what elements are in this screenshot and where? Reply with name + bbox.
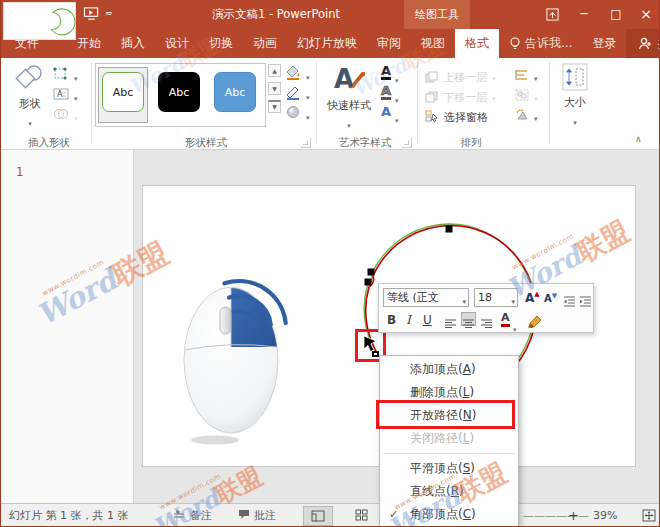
wordart-quick-styles-icon: A xyxy=(332,64,366,94)
text-effects-button[interactable]: A xyxy=(381,104,391,119)
underline-button[interactable]: U xyxy=(423,313,432,327)
vertex-context-menu: 添加顶点(A)删除顶点(L)开放路径(N)关闭路径(L)平滑顶点(S)直线点(R… xyxy=(379,355,519,527)
align-left-icon[interactable] xyxy=(443,312,458,326)
tab-幻灯片放映[interactable]: 幻灯片放映 xyxy=(287,29,367,58)
rotate-objects-button[interactable]: ▾ xyxy=(515,106,538,125)
tab-告诉我...[interactable]: 告诉我... xyxy=(499,29,582,58)
group-caption-arrange: 排列 xyxy=(441,136,501,150)
shape-style-tile-2[interactable]: Abc xyxy=(158,72,200,112)
normal-view-button[interactable] xyxy=(303,506,333,526)
tab-切换[interactable]: 切换 xyxy=(199,29,243,58)
shape-outline-button[interactable]: ▾ xyxy=(285,85,310,104)
bring-forward-button: 上移一层 ▾ xyxy=(425,66,496,85)
slides-panel xyxy=(1,150,134,503)
zoom-in-button[interactable]: + xyxy=(568,504,579,527)
font-size-dropdown-icon[interactable]: ▾ xyxy=(511,294,515,307)
tab-共享[interactable]: 共享 xyxy=(626,29,660,58)
increase-font-size-button[interactable]: A▲ xyxy=(525,290,540,305)
slide-info: 幻灯片 第 1 张，共 1 张 xyxy=(9,504,128,527)
tab-登录[interactable]: 登录 xyxy=(582,29,626,58)
decrease-indent-icon[interactable] xyxy=(563,292,576,311)
collapse-ribbon-icon[interactable]: ∧ xyxy=(635,134,642,144)
menu-item-添加顶点[interactable]: 添加顶点(A) xyxy=(380,358,518,381)
shapes-dropdown-icon: ▾ xyxy=(28,120,32,128)
notes-button[interactable]: 备注 xyxy=(190,504,212,527)
gallery-scroll-down-icon[interactable]: ▼ xyxy=(268,82,281,95)
font-color-button[interactable]: A xyxy=(501,312,510,327)
text-fill-button[interactable]: A xyxy=(381,64,391,80)
text-box-dropdown-icon: ▾ xyxy=(74,95,78,103)
menu-item-删除顶点[interactable]: 删除顶点(L) xyxy=(380,381,518,404)
selection-pane-button[interactable]: 选择窗格 xyxy=(425,106,488,125)
merge-shapes-dropdown-icon: ▾ xyxy=(74,115,78,123)
text-outline-button[interactable]: A xyxy=(381,84,391,100)
send-backward-button: 下移一层 ▾ xyxy=(425,86,496,105)
shape-styles-dialog-launcher-icon[interactable] xyxy=(301,138,311,148)
quick-styles-dropdown-icon: ▾ xyxy=(347,122,351,130)
font-name-combo[interactable]: 等线 (正文▾ xyxy=(383,288,469,307)
font-name-dropdown-icon[interactable]: ▾ xyxy=(462,294,466,307)
wordart-dialog-launcher-icon[interactable] xyxy=(402,138,412,148)
slide-sorter-view-button[interactable] xyxy=(346,506,376,526)
shape-fill-dropdown-icon: ▾ xyxy=(306,74,310,82)
maximize-button[interactable]: □ xyxy=(601,0,631,29)
svg-text:A: A xyxy=(334,64,354,94)
customize-qat-icon[interactable]: ≂ xyxy=(105,8,113,18)
menu-item-平滑顶点[interactable]: 平滑顶点(S) xyxy=(380,457,518,480)
shape-style-tile-3[interactable]: Abc xyxy=(214,72,256,112)
powerpoint-window: ▾ ≂ 演示文稿1 - PowerPoint 绘图工具 ─ □ × 文件开始插入… xyxy=(0,0,660,527)
align-center-icon[interactable] xyxy=(461,312,476,326)
menu-item-关闭路径: 关闭路径(L) xyxy=(380,427,518,450)
shapes-button[interactable]: 形状 ▾ xyxy=(11,64,49,130)
ribbon-format-tab-content: 形状 ▾ ▾ A ▾ ▾ 插入形状 Abc Abc Abc ▲ ▼ ▼ ▾ xyxy=(1,58,660,150)
tab-审阅[interactable]: 审阅 xyxy=(367,29,411,58)
align-objects-button[interactable]: ▾ xyxy=(515,66,538,85)
text-fill-dropdown-icon: ▾ xyxy=(395,68,399,87)
italic-button[interactable]: I xyxy=(406,313,411,327)
format-painter-icon[interactable] xyxy=(527,314,542,333)
shape-style-tile-1[interactable]: Abc xyxy=(102,72,144,112)
menu-item-直线点[interactable]: 直线点(R) xyxy=(380,480,518,503)
close-button[interactable]: × xyxy=(631,0,660,29)
check-icon: ✓ xyxy=(389,503,398,526)
mini-toolbar: 等线 (正文▾ 18▾ A▲ A▼ B I U A ▾ xyxy=(378,283,594,333)
zoom-percent[interactable]: 39% xyxy=(593,504,617,527)
tab-格式[interactable]: 格式 xyxy=(455,29,499,58)
text-box-button[interactable]: A ▾ xyxy=(53,86,78,105)
decrease-font-size-button[interactable]: A▼ xyxy=(544,292,557,304)
group-objects-button: ▾ xyxy=(515,86,538,105)
gallery-scroll-up-icon[interactable]: ▲ xyxy=(268,64,281,77)
align-right-icon[interactable] xyxy=(479,312,494,326)
comments-button[interactable]: 批注 xyxy=(254,504,276,527)
start-slideshow-icon[interactable] xyxy=(83,6,101,24)
comments-icon[interactable] xyxy=(238,504,250,527)
increase-indent-icon[interactable] xyxy=(579,292,592,311)
group-caption-wordart: 艺术字样式 xyxy=(326,136,404,150)
minimize-button[interactable]: ─ xyxy=(569,0,599,29)
tab-动画[interactable]: 动画 xyxy=(243,29,287,58)
shapes-icon xyxy=(15,64,45,92)
menu-item-角部顶点[interactable]: ✓角部顶点(C) xyxy=(380,503,518,526)
menu-item-开放路径[interactable]: 开放路径(N) xyxy=(380,404,518,427)
tab-设计[interactable]: 设计 xyxy=(155,29,199,58)
zoom-slider[interactable]: —————— xyxy=(523,504,589,527)
quick-styles-button[interactable]: A 快速样式 ▾ xyxy=(323,64,375,132)
size-button[interactable]: 大小 ▾ xyxy=(555,63,595,129)
bold-button[interactable]: B xyxy=(387,313,396,327)
shape-fill-button[interactable]: ▾ xyxy=(285,65,310,84)
edit-shape-button[interactable]: ▾ xyxy=(53,66,78,85)
font-size-combo[interactable]: 18▾ xyxy=(474,288,518,307)
gallery-more-icon[interactable]: ▼ xyxy=(268,100,281,113)
font-color-dropdown-icon[interactable]: ▾ xyxy=(513,317,517,336)
tab-插入[interactable]: 插入 xyxy=(111,29,155,58)
window-title: 演示文稿1 - PowerPoint xyxy=(161,0,391,29)
slide-thumbnail[interactable] xyxy=(3,2,76,40)
shape-outline-dropdown-icon: ▾ xyxy=(306,94,310,102)
ribbon-display-options-icon[interactable] xyxy=(537,0,567,29)
notes-icon[interactable] xyxy=(173,504,185,527)
fit-to-window-icon[interactable] xyxy=(634,506,660,526)
tab-视图[interactable]: 视图 xyxy=(411,29,455,58)
menu-separator xyxy=(380,450,518,457)
group-caption-insert-shapes: 插入形状 xyxy=(9,136,89,150)
shape-effects-button[interactable]: ▾ xyxy=(285,105,310,124)
